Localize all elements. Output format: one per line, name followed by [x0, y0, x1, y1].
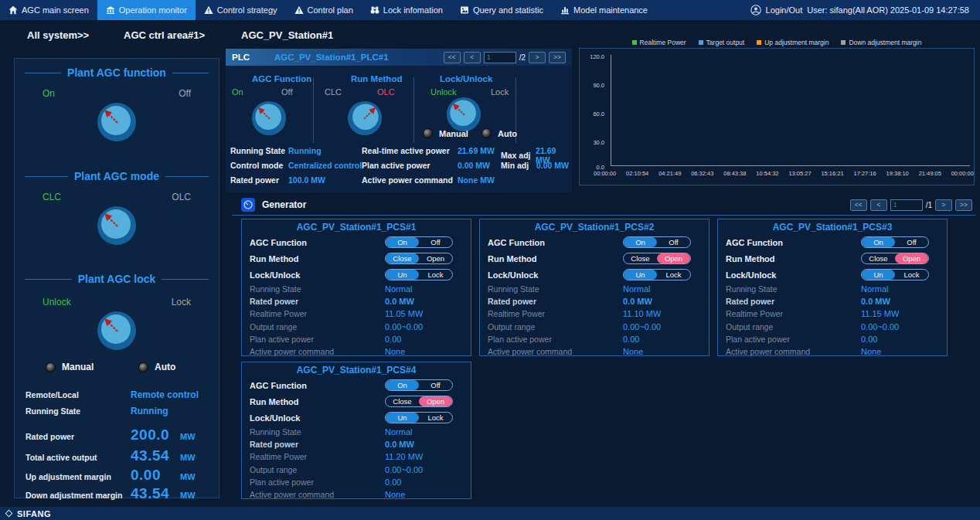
nav-operation-monitor[interactable]: Operation monitor: [97, 0, 196, 20]
last-page-button[interactable]: >>: [955, 199, 972, 211]
bar-chart-icon: [560, 5, 570, 15]
toggle-lock[interactable]: Lock: [657, 270, 690, 280]
toggle-close[interactable]: Close: [862, 253, 895, 263]
active-power-command-row: Active power commandNone: [242, 345, 471, 358]
toggle-un[interactable]: Un: [862, 270, 895, 280]
plc-device-name: AGC_PV_Station#1_PLC#1: [274, 53, 389, 62]
running-state-row: Running StateNormal: [718, 283, 947, 295]
realtime-power-row: Realtime Power11.10 MW: [480, 308, 709, 320]
next-page-button[interactable]: >: [529, 52, 546, 63]
manual-radio[interactable]: [46, 362, 56, 372]
toggle-open[interactable]: Open: [895, 253, 928, 263]
toggle-close[interactable]: Close: [624, 253, 657, 263]
plc-agc-function-knob[interactable]: [251, 100, 287, 136]
option-clc: CLC: [43, 192, 61, 202]
option-olc: OLC: [377, 87, 395, 97]
plant-agc-lock-knob-wrap: [15, 311, 219, 351]
login-out-link[interactable]: Login/Out: [766, 5, 803, 15]
run-method-toggle[interactable]: CloseOpen: [385, 253, 453, 264]
lock-unlock-toggle[interactable]: UnLock: [385, 412, 453, 423]
toggle-off[interactable]: Off: [657, 237, 690, 247]
toggle-close[interactable]: Close: [386, 253, 419, 263]
lock-unlock-toggle[interactable]: UnLock: [385, 269, 453, 280]
toggle-off[interactable]: Off: [419, 380, 452, 390]
plant-agc-mode-knob[interactable]: [97, 206, 137, 246]
warning-icon: [204, 5, 213, 15]
agc-function-toggle[interactable]: OnOff: [861, 236, 929, 248]
lock-unlock-toggle[interactable]: UnLock: [861, 269, 929, 280]
row-label: Plan active power: [250, 478, 385, 487]
first-page-button[interactable]: <<: [444, 52, 461, 63]
toggle-open[interactable]: Open: [657, 253, 690, 263]
row-label: Realtime Power: [250, 452, 385, 461]
row-label: AGC Function: [488, 238, 623, 247]
stat-label: Control mode: [230, 161, 288, 170]
nav-label: Control plan: [308, 5, 353, 15]
nav-query-and-statistic[interactable]: Query and statistic: [451, 0, 552, 20]
toggle-on[interactable]: On: [862, 237, 895, 247]
x-tick: 04:21:49: [658, 170, 681, 177]
auto-radio[interactable]: [481, 128, 492, 138]
toggle-on[interactable]: On: [386, 380, 419, 390]
last-page-button[interactable]: >>: [549, 52, 566, 63]
page-total: /1: [926, 201, 932, 209]
agc-function-toggle[interactable]: OnOff: [385, 379, 453, 391]
scada-screen: AGC main screen Operation monitor Contro…: [0, 0, 980, 520]
agc-function-toggle[interactable]: OnOff: [385, 236, 453, 248]
divider: [25, 176, 68, 177]
breadcrumb-agc-ctrl-area[interactable]: AGC ctrl area#1>: [124, 29, 205, 41]
breadcrumb-station[interactable]: AGC_PV_Station#1: [241, 29, 333, 41]
prev-page-button[interactable]: <: [464, 52, 481, 63]
toggle-lock[interactable]: Lock: [895, 270, 928, 280]
nav-control-plan[interactable]: Control plan: [286, 0, 362, 20]
toggle-un[interactable]: Un: [386, 413, 419, 423]
row-value: None: [385, 347, 405, 356]
run-method-toggle[interactable]: CloseOpen: [861, 253, 929, 264]
toggle-lock[interactable]: Lock: [419, 270, 452, 280]
active-power-command-row: Active power commandNone: [480, 345, 709, 358]
page-input[interactable]: [890, 199, 923, 211]
plc-control-mode-row: Control mode Centralized control: [230, 161, 362, 170]
first-page-button[interactable]: <<: [850, 199, 867, 211]
row-label: Output range: [250, 322, 385, 331]
pcs-card-1: AGC_PV_Station#1_PCS#1 AGC Function OnOf…: [241, 219, 471, 356]
option-off: Off: [179, 88, 191, 99]
plc-lock-unlock-knob[interactable]: [446, 97, 481, 132]
nav-agc-main-screen[interactable]: AGC main screen: [0, 0, 97, 20]
plant-agc-lock-knob[interactable]: [97, 311, 137, 351]
toggle-un[interactable]: Un: [386, 270, 419, 280]
rated-power-row: Rated power0.0 MW: [718, 295, 947, 308]
toggle-off[interactable]: Off: [895, 237, 928, 247]
user-icon: [750, 5, 761, 15]
plc-run-method-knob[interactable]: [347, 100, 383, 136]
toggle-open[interactable]: Open: [419, 253, 452, 263]
stat-label: Rated power: [230, 175, 288, 185]
toggle-lock[interactable]: Lock: [419, 413, 452, 423]
toggle-un[interactable]: Un: [624, 270, 657, 280]
nav-lock-infomation[interactable]: Lock infomation: [362, 0, 451, 20]
next-page-button[interactable]: >: [935, 199, 952, 211]
toggle-off[interactable]: Off: [419, 237, 452, 247]
nav-model-maintenance[interactable]: Model maintenance: [552, 0, 656, 20]
nav-control-strategy[interactable]: Control strategy: [196, 0, 286, 20]
manual-radio[interactable]: [423, 128, 433, 138]
breadcrumb-all-system[interactable]: All system>>: [27, 29, 89, 41]
legend-down-adjustment-margin: Down adjustment margin: [841, 39, 921, 46]
section-title: Plant AGC function: [67, 66, 166, 79]
row-label: Plan active power: [488, 335, 623, 344]
toggle-close[interactable]: Close: [386, 396, 419, 406]
lock-unlock-toggle[interactable]: UnLock: [623, 269, 691, 280]
row-value: 0.00: [385, 335, 401, 344]
run-method-toggle[interactable]: CloseOpen: [385, 396, 453, 407]
run-method-toggle[interactable]: CloseOpen: [623, 253, 691, 264]
sifang-logo-icon: [5, 510, 13, 518]
legend-realtime-power: Realtime Power: [632, 39, 686, 46]
auto-radio[interactable]: [138, 362, 148, 372]
agc-function-toggle[interactable]: OnOff: [623, 236, 691, 248]
prev-page-button[interactable]: <: [870, 199, 887, 211]
toggle-on[interactable]: On: [624, 237, 657, 247]
toggle-open[interactable]: Open: [419, 396, 452, 406]
page-input[interactable]: [484, 52, 516, 63]
plant-agc-function-knob[interactable]: [97, 102, 137, 142]
toggle-on[interactable]: On: [386, 237, 419, 247]
